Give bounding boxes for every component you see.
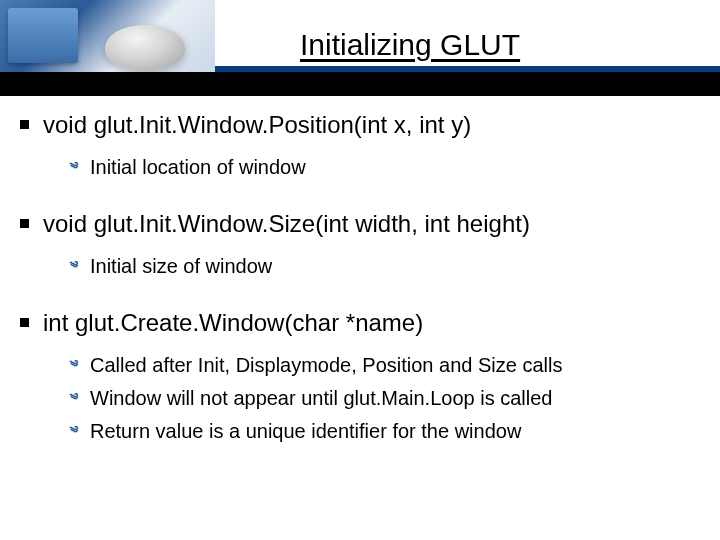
sub-list: ༄ Called after Init, Displaymode, Positi… xyxy=(70,352,700,445)
sub-list: ༄ Initial location of window xyxy=(70,154,700,181)
section-window-size: void glut.Init.Window.Size(int width, in… xyxy=(20,209,700,280)
slide-title: Initializing GLUT xyxy=(300,28,520,62)
sub-item-text: Initial size of window xyxy=(90,253,272,280)
sub-bullet-row: ༄ Called after Init, Displaymode, Positi… xyxy=(70,352,700,379)
sub-item-text: Initial location of window xyxy=(90,154,306,181)
sub-bullet-row: ༄ Return value is a unique identifier fo… xyxy=(70,418,700,445)
header-dark-band xyxy=(0,72,720,96)
sub-item-text: Window will not appear until glut.Main.L… xyxy=(90,385,552,412)
slide-content: void glut.Init.Window.Position(int x, in… xyxy=(0,110,720,473)
curl-bullet-icon: ༄ xyxy=(70,159,78,174)
square-bullet-icon xyxy=(20,219,29,228)
bullet-row: void glut.Init.Window.Position(int x, in… xyxy=(20,110,700,140)
sub-list: ༄ Initial size of window xyxy=(70,253,700,280)
section-heading: int glut.Create.Window(char *name) xyxy=(43,308,423,338)
square-bullet-icon xyxy=(20,120,29,129)
bullet-row: int glut.Create.Window(char *name) xyxy=(20,308,700,338)
section-window-position: void glut.Init.Window.Position(int x, in… xyxy=(20,110,700,181)
curl-bullet-icon: ༄ xyxy=(70,357,78,372)
bullet-row: void glut.Init.Window.Size(int width, in… xyxy=(20,209,700,239)
sub-bullet-row: ༄ Window will not appear until glut.Main… xyxy=(70,385,700,412)
section-create-window: int glut.Create.Window(char *name) ༄ Cal… xyxy=(20,308,700,445)
curl-bullet-icon: ༄ xyxy=(70,423,78,438)
sub-item-text: Return value is a unique identifier for … xyxy=(90,418,521,445)
slide-header: Initializing GLUT xyxy=(0,0,720,90)
section-heading: void glut.Init.Window.Size(int width, in… xyxy=(43,209,530,239)
square-bullet-icon xyxy=(20,318,29,327)
sub-bullet-row: ༄ Initial location of window xyxy=(70,154,700,181)
curl-bullet-icon: ༄ xyxy=(70,390,78,405)
curl-bullet-icon: ༄ xyxy=(70,258,78,273)
section-heading: void glut.Init.Window.Position(int x, in… xyxy=(43,110,471,140)
sub-bullet-row: ༄ Initial size of window xyxy=(70,253,700,280)
sub-item-text: Called after Init, Displaymode, Position… xyxy=(90,352,562,379)
